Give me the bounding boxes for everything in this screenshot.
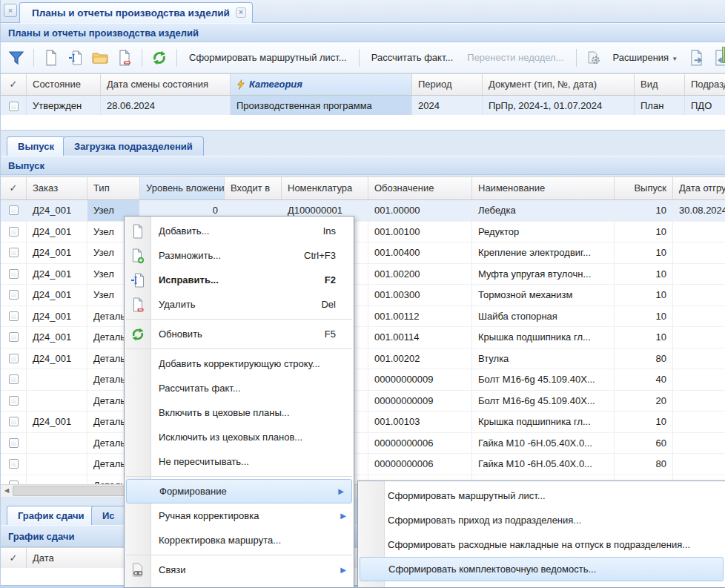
row-checkbox[interactable]	[9, 248, 19, 257]
cell-output-qty[interactable]: 10	[615, 242, 673, 263]
cell-name[interactable]: Лебедка	[472, 200, 615, 221]
cell-output-qty[interactable]: 20	[615, 391, 673, 412]
menu-item[interactable]: Включить в цеховые планы...	[125, 400, 354, 425]
table-row[interactable]: Д24_001 Узел 001.00400 Крепление электро…	[1, 242, 725, 264]
menu-item[interactable]: Добавить корректирующую строку...	[125, 351, 354, 376]
menu-item[interactable]	[125, 582, 354, 588]
row-checkbox[interactable]	[9, 290, 19, 300]
column-ship-date[interactable]: Дата отгрузки	[673, 177, 725, 199]
cell-ship-date[interactable]	[673, 433, 725, 454]
table-row[interactable]: Утвержден 28.06.2024 Производственная пр…	[1, 96, 725, 117]
menu-item[interactable]: Обновить F5	[125, 322, 354, 346]
row-checkbox[interactable]	[9, 269, 19, 279]
cell-designation[interactable]: 001.00100	[368, 222, 472, 242]
menu-item[interactable]: Не пересчитывать...	[125, 449, 354, 474]
add-document-icon[interactable]	[42, 48, 61, 67]
tab-output[interactable]: Выпуск	[7, 136, 65, 156]
menu-item[interactable]: Корректировка маршрута...	[125, 528, 354, 552]
tab-close-icon[interactable]: ×	[236, 7, 246, 18]
cell-designation[interactable]: 001.00000	[368, 200, 472, 221]
column-state-date[interactable]: Дата смены состояния	[101, 74, 231, 95]
cell-output-qty[interactable]: 80	[615, 454, 673, 475]
column-department[interactable]: Подразделение	[685, 74, 725, 95]
row-checkbox[interactable]	[9, 102, 19, 111]
cell-designation[interactable]: 001.00202	[368, 348, 472, 369]
submenu-item[interactable]: Сформировать комплектовочную ведомость..…	[360, 557, 724, 581]
cell-state[interactable]: Утвержден	[27, 96, 101, 116]
cell-ship-date[interactable]	[673, 412, 725, 432]
table-row[interactable]: Д24_001 Деталь 001.00103 Крышка подшипни…	[1, 412, 725, 433]
cell-output-qty[interactable]: 40	[615, 369, 673, 390]
cell-name[interactable]: Крышка подшипника гл...	[472, 327, 615, 348]
row-checkbox[interactable]	[9, 311, 19, 321]
cell-name[interactable]: Крепление электродвиг...	[472, 242, 615, 263]
cell-order[interactable]: Д24_001	[27, 222, 87, 242]
menu-item[interactable]: Формирование ▶	[126, 479, 352, 503]
row-checkbox[interactable]	[9, 459, 19, 469]
cell-name[interactable]: Муфта упругая втулочн...	[472, 264, 615, 285]
menu-item[interactable]: Удалить Del	[125, 292, 354, 317]
column-state[interactable]: Состояние	[27, 74, 101, 95]
cell-order[interactable]: Д24_001	[27, 348, 87, 369]
cell-ship-date[interactable]	[673, 285, 725, 305]
cell-designation[interactable]: 001.00200	[368, 264, 472, 285]
column-check[interactable]: ✓	[1, 548, 27, 569]
cell-output-qty[interactable]: 10	[615, 285, 673, 305]
row-checkbox[interactable]	[9, 396, 19, 406]
table-row[interactable]: Деталь 00000000006 Гайка М10 -6Н.05.40Х.…	[1, 454, 725, 475]
menu-item[interactable]: Рассчитать факт...	[125, 376, 354, 400]
row-checkbox[interactable]	[9, 205, 19, 215]
column-kind[interactable]: Вид	[635, 74, 685, 95]
cell-ship-date[interactable]	[673, 306, 725, 327]
cell-output-qty[interactable]: 10	[615, 264, 673, 285]
cell-order[interactable]: Д24_001	[27, 327, 87, 348]
cell-ship-date[interactable]	[673, 264, 725, 285]
cell-output-qty[interactable]: 60	[615, 433, 673, 454]
column-check[interactable]: ✓	[1, 177, 27, 199]
submenu-item[interactable]: Сформировать расходные накладные на отпу…	[358, 532, 725, 557]
cell-name[interactable]: Тормозной механизм	[472, 285, 615, 305]
cell-document[interactable]: ПрПр, 2024-1, 01.07.2024	[483, 96, 635, 116]
cell-ship-date[interactable]	[673, 348, 725, 369]
menu-item[interactable]: Добавить... Ins	[125, 219, 354, 243]
menu-item[interactable]: Связи ▶	[125, 558, 354, 582]
cell-order[interactable]: Д24_001	[27, 285, 87, 305]
cell-designation[interactable]: 001.00103	[368, 412, 472, 432]
cell-designation[interactable]: 00000000006	[368, 433, 472, 454]
column-order[interactable]: Заказ	[27, 177, 87, 199]
cell-designation[interactable]: 00000000009	[368, 391, 472, 412]
cell-ship-date[interactable]	[673, 327, 725, 348]
tab-department-load[interactable]: Загрузка подразделений	[63, 136, 204, 156]
cell-designation[interactable]: 00000000006	[368, 454, 472, 475]
row-checkbox[interactable]	[9, 438, 19, 448]
table-row[interactable]: Деталь 00000000009 Болт М16-6g 45.109.40…	[1, 369, 725, 391]
row-checkbox[interactable]	[9, 354, 19, 363]
tab-plans-and-reports[interactable]: Планы и отчеты производства изделий ×	[19, 2, 253, 23]
scroll-left-icon[interactable]: ◀	[1, 485, 13, 497]
cell-name[interactable]: Шайба стопорная	[472, 306, 615, 327]
cell-name[interactable]: Втулка	[472, 348, 615, 369]
edit-document-icon[interactable]	[66, 48, 85, 67]
cell-order[interactable]	[27, 369, 87, 390]
menu-item[interactable]: Ручная корректировка ▶	[125, 503, 354, 528]
cell-ship-date[interactable]	[673, 222, 725, 242]
filter-icon[interactable]	[7, 48, 26, 67]
cell-ship-date[interactable]	[673, 369, 725, 390]
column-document[interactable]: Документ (тип, №, дата)	[483, 74, 635, 95]
cell-output-qty[interactable]: 10	[615, 200, 673, 221]
cell-output-qty[interactable]: 10	[615, 306, 673, 327]
delete-document-icon[interactable]	[115, 48, 134, 67]
column-category[interactable]: Категория	[231, 74, 412, 95]
table-row[interactable]: Д24_001 Деталь 001.00202 Втулка 80	[1, 348, 725, 370]
cell-order[interactable]: Д24_001	[27, 264, 87, 285]
submenu-item[interactable]: Сформировать маршрутный лист...	[358, 483, 725, 508]
refresh-icon[interactable]	[150, 48, 169, 67]
cell-designation[interactable]: 001.00400	[368, 242, 472, 263]
extensions-gear-icon[interactable]	[584, 48, 603, 67]
column-check[interactable]: ✓	[1, 74, 27, 95]
cell-name[interactable]: Гайка М10 -6Н.05.40Х.0...	[472, 454, 615, 475]
cell-kind[interactable]: План	[635, 96, 685, 116]
close-tab-button[interactable]: ×	[4, 4, 17, 17]
tab-delivery-schedule[interactable]: График сдачи	[7, 506, 95, 525]
cell-name[interactable]: Редуктор	[472, 222, 615, 242]
